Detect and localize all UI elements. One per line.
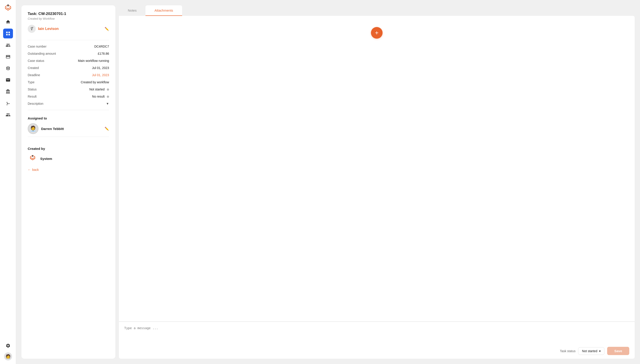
table-row: Result No result [28, 93, 109, 100]
assigned-avatar: 🧑‍💼 [28, 123, 39, 134]
case-number-label: Case number [28, 43, 64, 50]
result-dot [107, 96, 109, 98]
created-label: Created [28, 64, 64, 72]
created-by-section: Created by System [28, 143, 109, 164]
assigned-left: 🧑‍💼 Darren Tebbitt [28, 123, 64, 134]
sidebar-item-settings[interactable] [3, 341, 13, 350]
status-dot [107, 88, 109, 91]
task-card: Task: CW-20230701-1 Created by Workflow … [22, 5, 115, 359]
message-footer: Task status Not started ▾ Save [119, 344, 635, 359]
outstanding-amount-label: Outstanding amount [28, 50, 64, 57]
status-select[interactable]: Not started ▾ [578, 347, 604, 355]
case-number-value: DC4RDC7 [64, 43, 109, 50]
add-attachment-button[interactable]: + [371, 27, 383, 39]
status-label: Status [28, 86, 64, 93]
case-status-value: Main workflow running [64, 57, 109, 64]
deadline-value: Jul 01, 2023 [64, 72, 109, 78]
message-input[interactable] [124, 326, 629, 340]
assigned-edit-icon[interactable]: ✏️ [105, 126, 109, 131]
save-button[interactable]: Save [607, 347, 629, 355]
description-row[interactable]: Description ▼ [28, 100, 109, 107]
table-row: Case status Main workflow running [28, 57, 109, 64]
back-link[interactable]: ← back [28, 168, 109, 172]
chevron-down-icon: ▾ [599, 349, 601, 353]
svg-rect-2 [8, 32, 10, 33]
right-panel: Notes Attachments + Task status Not star… [119, 5, 635, 359]
tabs: Notes Attachments [119, 5, 635, 16]
sidebar-item-email[interactable] [3, 75, 13, 85]
detail-table: Case number DC4RDC7 Outstanding amount £… [28, 43, 109, 100]
sidebar-item-database[interactable] [3, 64, 13, 73]
status-select-value: Not started [582, 349, 597, 353]
message-area [119, 322, 635, 344]
assigned-to-row: 🧑‍💼 Darren Tebbitt ✏️ [28, 123, 109, 134]
sidebar-item-bank[interactable] [3, 87, 13, 96]
tab-attachments[interactable]: Attachments [146, 5, 182, 16]
assignee-row: Iain Levison ✏️ [28, 25, 109, 33]
main-content: Task: CW-20230701-1 Created by Workflow … [16, 0, 640, 364]
svg-rect-4 [8, 34, 10, 35]
table-row: Case number DC4RDC7 [28, 43, 109, 50]
assignee-gender-icon [28, 25, 36, 33]
assigned-name: Darren Tebbitt [41, 127, 64, 131]
description-label: Description [28, 102, 43, 106]
table-row: Outstanding amount £178.86 [28, 50, 109, 57]
sidebar-item-contacts[interactable] [3, 40, 13, 50]
divider-3 [28, 137, 109, 137]
svg-rect-1 [6, 32, 7, 33]
sidebar-item-team[interactable] [3, 110, 13, 120]
sidebar-item-card[interactable] [3, 52, 13, 62]
task-status-label: Task status [560, 349, 575, 353]
assigned-to-title: Assigned to [28, 116, 109, 120]
app-logo[interactable] [3, 4, 13, 14]
outstanding-amount-value: £178.86 [64, 50, 109, 57]
assignee-left: Iain Levison [28, 25, 59, 33]
chevron-down-icon: ▼ [106, 102, 109, 106]
user-avatar[interactable]: 🧑 [4, 352, 12, 360]
svg-point-7 [32, 155, 33, 156]
svg-point-0 [7, 4, 9, 6]
back-arrow-icon: ← [28, 168, 31, 172]
divider-2 [28, 110, 109, 110]
assignee-name: Iain Levison [38, 27, 59, 31]
panel-content: + Task status Not started ▾ Save [119, 16, 635, 359]
system-logo-icon [28, 154, 38, 164]
sidebar-item-home[interactable] [3, 17, 13, 27]
table-row: Type Created by workflow [28, 78, 109, 86]
table-row: Deadline Jul 01, 2023 [28, 72, 109, 78]
tab-notes[interactable]: Notes [119, 5, 146, 16]
system-name: System [40, 157, 52, 160]
task-subtitle: Created by Workflow [28, 17, 109, 20]
back-label: back [32, 168, 39, 172]
table-row: Created Jul 01, 2023 [28, 64, 109, 72]
table-row: Status Not started [28, 86, 109, 93]
created-value: Jul 01, 2023 [64, 64, 109, 72]
case-status-label: Case status [28, 57, 64, 64]
created-by-row: System [28, 154, 109, 164]
type-label: Type [28, 78, 64, 86]
attachment-area: + [119, 16, 635, 322]
sidebar-item-tasks[interactable] [3, 28, 13, 38]
task-title: Task: CW-20230701-1 [28, 12, 109, 16]
sidebar-item-branch[interactable] [3, 98, 13, 108]
assignee-edit-icon[interactable]: ✏️ [105, 27, 109, 31]
result-label: Result [28, 93, 64, 100]
divider-1 [28, 40, 109, 40]
status-value: Not started [64, 86, 109, 93]
result-value: No result [64, 93, 109, 100]
deadline-label: Deadline [28, 72, 64, 78]
svg-rect-3 [6, 34, 7, 35]
created-by-title: Created by [28, 147, 109, 150]
sidebar: 🧑 [0, 0, 16, 364]
type-value: Created by workflow [64, 78, 109, 86]
